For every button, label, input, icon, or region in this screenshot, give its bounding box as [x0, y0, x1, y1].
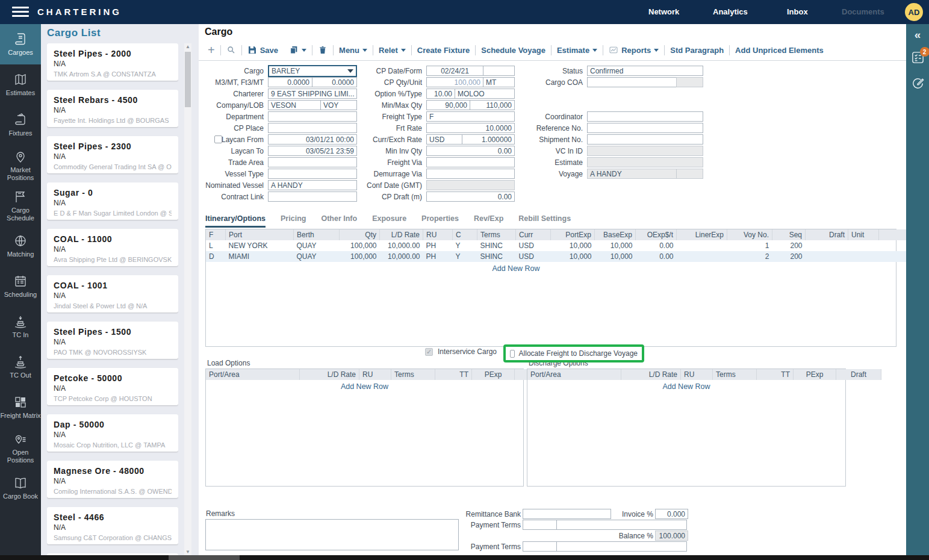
option-pct-field[interactable]: 10.00: [426, 89, 455, 99]
freight-type-field[interactable]: F: [426, 111, 515, 122]
sidebar-item-matching[interactable]: Matching: [0, 226, 41, 266]
column-header[interactable]: Draft: [836, 369, 881, 380]
column-header[interactable]: F: [206, 229, 226, 240]
column-header[interactable]: PExp: [472, 369, 515, 380]
column-header[interactable]: PExp: [794, 369, 836, 380]
cargo-card[interactable]: Magnese Ore - 48000 N/A Comilog Internat…: [47, 461, 178, 498]
column-header[interactable]: BaseExp: [595, 229, 636, 240]
cargo-card[interactable]: Steel Pipes - 2300 N/A Commodity General…: [47, 136, 178, 173]
delete-button[interactable]: [312, 45, 333, 55]
nav-network[interactable]: Network: [648, 7, 679, 16]
compose-button[interactable]: [911, 76, 925, 93]
avatar[interactable]: AD: [905, 3, 923, 21]
cargo-card[interactable]: Steel - 4466 N/A Samsung C&T Corporation…: [47, 507, 178, 544]
column-header[interactable]: C: [453, 229, 477, 240]
reports-button[interactable]: Reports: [603, 45, 664, 55]
tab[interactable]: Pricing: [281, 214, 306, 228]
relet-button[interactable]: Relet: [373, 46, 411, 55]
sidebar-item-fixtures[interactable]: Fixtures: [0, 105, 41, 145]
cargo-card[interactable]: Sugar - 0 N/A E D & F Man Sugar Limited …: [47, 182, 178, 220]
column-header[interactable]: Port/Area: [206, 369, 300, 380]
cargo-card[interactable]: Steel Rebars - 4500 N/A Fayette Int. Hol…: [47, 90, 178, 127]
payment-terms2-desc-field[interactable]: [556, 541, 687, 552]
add-new-row-link[interactable]: Add New Row: [206, 262, 826, 273]
column-header[interactable]: Unit: [848, 229, 879, 240]
trade-area-field[interactable]: [268, 157, 357, 167]
sidebar-item-scheduling[interactable]: Scheduling: [0, 266, 41, 306]
table-row[interactable]: LNEW YORKQUAY100,00010,000.00PHYSHINCUSD…: [206, 240, 929, 251]
tab[interactable]: Other Info: [321, 214, 357, 228]
laycan-checkbox[interactable]: [214, 135, 222, 143]
min-inv-qty-field[interactable]: 0.00: [426, 146, 515, 156]
sidebar-item-cargo-schedule[interactable]: Cargo Schedule: [0, 185, 41, 226]
shipment-no-field[interactable]: [587, 134, 703, 145]
column-header[interactable]: L/D Rate: [380, 229, 423, 240]
cargo-card[interactable]: Steel Pipes - 1500 N/A PAO TMK @ NOVOROS…: [47, 322, 178, 359]
column-header[interactable]: Port/Area: [527, 369, 621, 380]
table-row[interactable]: DMIAMIQUAY100,00010,000.00PHYSHINCUSD10,…: [206, 251, 929, 262]
column-header[interactable]: Terms: [391, 369, 435, 380]
option-type-field[interactable]: MOLOO: [455, 89, 515, 99]
add-new-row-link[interactable]: Add New Row: [527, 380, 845, 391]
tab[interactable]: Exposure: [372, 214, 406, 228]
tab[interactable]: Rebill Settings: [518, 214, 571, 228]
max-qty-field[interactable]: 110,000: [470, 100, 515, 110]
save-button[interactable]: Save: [242, 45, 284, 55]
payment-terms-code-field[interactable]: [523, 520, 557, 530]
column-header[interactable]: PortExp: [551, 229, 595, 240]
charterer-field[interactable]: 9 EAST SHIPPING LIMI...: [268, 89, 357, 99]
sidebar-item-cargo-book[interactable]: Cargo Book: [0, 468, 41, 508]
frt-rate-field[interactable]: 10.0000: [426, 123, 515, 133]
invoice-pct-field[interactable]: 0.000: [655, 509, 688, 519]
cp-place-field[interactable]: [268, 123, 357, 133]
cargo-card[interactable]: COAL - 11000 N/A Avra Shipping Pte Ltd @…: [47, 229, 178, 266]
add-button[interactable]: +: [202, 43, 220, 57]
cp-form-field[interactable]: [483, 66, 515, 76]
payment-terms-desc-field[interactable]: [556, 520, 687, 530]
ft3mt-field[interactable]: 0.0000: [312, 77, 357, 87]
column-header[interactable]: Draft: [806, 229, 848, 240]
remarks-textarea[interactable]: [205, 519, 459, 550]
cargo-coa-field[interactable]: [587, 77, 677, 87]
search-button[interactable]: [221, 45, 241, 55]
department-field[interactable]: [268, 111, 357, 122]
laycan-from-field[interactable]: 03/01/21 00:00: [268, 134, 357, 145]
column-header[interactable]: L/D Rate: [300, 369, 359, 380]
column-header[interactable]: RU: [423, 229, 453, 240]
company-field[interactable]: VESON: [268, 100, 321, 110]
allocate-freight-checkbox[interactable]: [510, 350, 515, 358]
scrollbar-thumb[interactable]: [185, 52, 191, 107]
column-header[interactable]: Curr: [516, 229, 551, 240]
scroll-up-icon[interactable]: ▲: [184, 43, 191, 50]
cargo-list-scrollbar[interactable]: ▲ ▼: [184, 43, 191, 555]
menu-button[interactable]: Menu: [334, 46, 373, 55]
m3mt-field[interactable]: 0.0000: [268, 77, 312, 87]
column-header[interactable]: TT: [435, 369, 472, 380]
add-unpriced-elements-button[interactable]: Add Unpriced Elements: [730, 46, 829, 55]
sidebar-item-tc-in[interactable]: TC In: [0, 306, 41, 347]
column-header[interactable]: LinerExp: [677, 229, 727, 240]
payment-terms2-code-field[interactable]: [523, 541, 557, 552]
column-header[interactable]: Terms: [713, 369, 757, 380]
exch-rate-field[interactable]: 1.000000: [462, 134, 515, 145]
cp-unit-field[interactable]: MT: [483, 77, 515, 87]
remittance-bank-field[interactable]: [523, 509, 611, 519]
std-paragraph-button[interactable]: Std Paragraph: [665, 46, 729, 55]
column-header[interactable]: Port: [226, 229, 294, 240]
laycan-to-field[interactable]: 03/05/21 23:59: [268, 146, 357, 156]
demurrage-via-field[interactable]: [426, 169, 515, 179]
status-field[interactable]: Confirmed: [587, 66, 703, 76]
cp-draft-field[interactable]: 0.00: [426, 191, 515, 202]
column-header[interactable]: RU: [359, 369, 391, 380]
nav-inbox[interactable]: Inbox: [787, 7, 808, 16]
freight-via-field[interactable]: [426, 157, 515, 167]
cargo-card[interactable]: Petcoke - 50000 N/A TCP Petcoke Corp @ H…: [47, 368, 178, 405]
cargo-select[interactable]: BARLEY: [268, 65, 357, 77]
sidebar-item-open-positions[interactable]: Open Positions: [0, 428, 41, 468]
tab[interactable]: Rev/Exp: [474, 214, 503, 228]
cargo-card[interactable]: COAL - 1001 N/A Jindal Steel & Power Ltd…: [47, 275, 178, 313]
nominated-vessel-field[interactable]: A HANDY: [268, 180, 357, 190]
column-header[interactable]: Voy No.: [727, 229, 772, 240]
column-header[interactable]: L/D Rate: [621, 369, 681, 380]
curr-field[interactable]: USD: [426, 134, 462, 145]
